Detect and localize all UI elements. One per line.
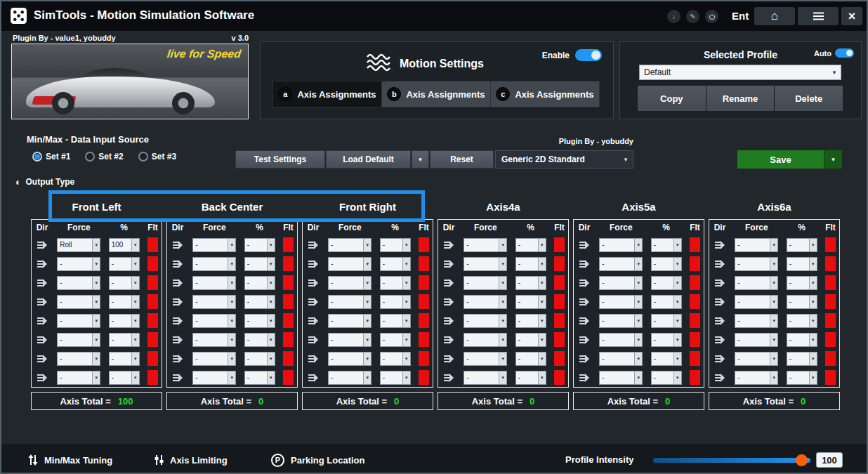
percent-select[interactable]: -▾ — [787, 295, 817, 309]
force-select[interactable]: -▾ — [599, 257, 643, 271]
menu-button[interactable] — [798, 7, 839, 25]
filter-indicator[interactable] — [419, 370, 429, 385]
percent-select[interactable]: -▾ — [244, 314, 275, 328]
percent-select[interactable]: -▾ — [380, 371, 411, 385]
percent-select[interactable]: -▾ — [244, 333, 275, 347]
save-dropdown-button[interactable]: ▾ — [824, 150, 842, 169]
direction-arrow-icon[interactable] — [35, 259, 49, 269]
direction-arrow-icon[interactable] — [577, 335, 591, 345]
direction-arrow-icon[interactable] — [171, 278, 185, 288]
percent-select[interactable]: -▾ — [109, 352, 140, 366]
filter-indicator[interactable] — [825, 313, 836, 328]
force-select[interactable]: -▾ — [463, 295, 507, 309]
slider-handle[interactable] — [796, 454, 808, 466]
force-select[interactable]: -▾ — [463, 333, 507, 347]
percent-select[interactable]: -▾ — [380, 352, 411, 366]
home-button[interactable]: ⌂ — [754, 7, 795, 25]
filter-indicator[interactable] — [283, 351, 294, 366]
filter-indicator[interactable] — [283, 332, 294, 347]
output-type-toggle[interactable]: ◐ Output Type — [15, 177, 74, 187]
load-default-button[interactable]: Load Default — [326, 150, 411, 169]
filter-indicator[interactable] — [825, 332, 836, 347]
force-select[interactable]: -▾ — [57, 352, 100, 366]
percent-select[interactable]: -▾ — [380, 295, 411, 309]
filter-indicator[interactable] — [419, 256, 429, 271]
test-settings-button[interactable]: Test Settings — [235, 150, 325, 169]
direction-arrow-icon[interactable] — [306, 373, 320, 383]
force-select[interactable]: -▾ — [328, 352, 371, 366]
direction-arrow-icon[interactable] — [442, 240, 456, 250]
filter-indicator[interactable] — [690, 313, 700, 328]
filter-indicator[interactable] — [825, 275, 836, 290]
interface-select[interactable]: Generic 2D Standard ▾ — [495, 150, 633, 169]
direction-arrow-icon[interactable] — [306, 297, 320, 307]
direction-arrow-icon[interactable] — [713, 278, 727, 288]
force-select[interactable]: -▾ — [57, 295, 100, 309]
percent-select[interactable]: -▾ — [515, 314, 546, 328]
force-select[interactable]: -▾ — [57, 333, 100, 347]
load-default-dropdown-button[interactable]: ▾ — [412, 150, 429, 169]
force-select[interactable]: -▾ — [735, 333, 778, 347]
force-select[interactable]: -▾ — [57, 276, 100, 290]
filter-indicator[interactable] — [554, 370, 565, 385]
percent-select[interactable]: -▾ — [515, 257, 546, 271]
force-select[interactable]: -▾ — [328, 371, 371, 385]
direction-arrow-icon[interactable] — [713, 316, 727, 326]
filter-indicator[interactable] — [825, 237, 836, 252]
update-icon[interactable]: ↓ — [667, 10, 680, 23]
direction-arrow-icon[interactable] — [442, 354, 456, 364]
percent-select[interactable]: -▾ — [515, 333, 546, 347]
filter-indicator[interactable] — [147, 275, 158, 290]
percent-select[interactable]: 100▾ — [109, 238, 140, 252]
force-select[interactable]: -▾ — [735, 314, 778, 328]
filter-indicator[interactable] — [283, 370, 294, 385]
force-select[interactable]: -▾ — [735, 238, 778, 252]
direction-arrow-icon[interactable] — [713, 259, 727, 269]
percent-select[interactable]: -▾ — [651, 276, 682, 290]
filter-indicator[interactable] — [554, 332, 565, 347]
auto-toggle[interactable] — [835, 48, 854, 58]
force-select[interactable]: -▾ — [463, 352, 507, 366]
filter-indicator[interactable] — [690, 294, 700, 309]
filter-indicator[interactable] — [690, 351, 700, 366]
direction-arrow-icon[interactable] — [577, 316, 591, 326]
axis-limiting-button[interactable]: Axis Limiting — [154, 445, 228, 474]
percent-select[interactable]: -▾ — [515, 371, 546, 385]
force-select[interactable]: -▾ — [463, 257, 507, 271]
direction-arrow-icon[interactable] — [442, 278, 456, 288]
direction-arrow-icon[interactable] — [35, 335, 49, 345]
radio-set-2[interactable]: Set #2 — [85, 152, 123, 162]
force-select[interactable]: -▾ — [735, 257, 778, 271]
edit-icon[interactable]: ✎ — [686, 10, 699, 23]
force-select[interactable]: -▾ — [463, 371, 507, 385]
percent-select[interactable]: -▾ — [109, 333, 140, 347]
direction-arrow-icon[interactable] — [171, 240, 185, 250]
power-icon[interactable] — [705, 10, 718, 23]
direction-arrow-icon[interactable] — [171, 259, 185, 269]
percent-select[interactable]: -▾ — [244, 276, 275, 290]
filter-indicator[interactable] — [147, 351, 158, 366]
profile-select[interactable]: Default ▾ — [639, 65, 841, 80]
force-select[interactable]: -▾ — [599, 333, 643, 347]
reset-button[interactable]: Reset — [430, 150, 494, 169]
force-select[interactable]: -▾ — [57, 314, 100, 328]
force-select[interactable]: -▾ — [192, 352, 236, 366]
direction-arrow-icon[interactable] — [171, 335, 185, 345]
filter-indicator[interactable] — [554, 313, 565, 328]
percent-select[interactable]: -▾ — [651, 314, 682, 328]
direction-arrow-icon[interactable] — [171, 354, 185, 364]
percent-select[interactable]: -▾ — [515, 276, 546, 290]
filter-indicator[interactable] — [554, 256, 565, 271]
filter-indicator[interactable] — [147, 332, 158, 347]
direction-arrow-icon[interactable] — [713, 373, 727, 383]
force-select[interactable]: -▾ — [57, 371, 100, 385]
force-select[interactable]: -▾ — [192, 333, 236, 347]
direction-arrow-icon[interactable] — [35, 354, 49, 364]
force-select[interactable]: Roll▾ — [57, 238, 100, 252]
direction-arrow-icon[interactable] — [171, 297, 185, 307]
direction-arrow-icon[interactable] — [35, 278, 49, 288]
percent-select[interactable]: -▾ — [651, 257, 682, 271]
filter-indicator[interactable] — [690, 237, 700, 252]
direction-arrow-icon[interactable] — [306, 278, 320, 288]
force-select[interactable]: -▾ — [328, 295, 371, 309]
